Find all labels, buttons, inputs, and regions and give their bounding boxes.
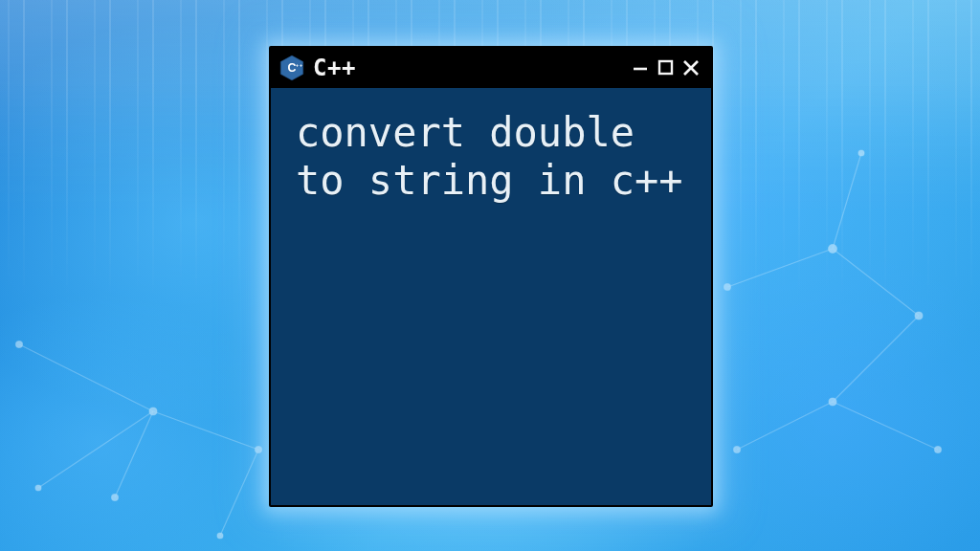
svg-point-8: [35, 485, 41, 491]
svg-point-18: [829, 245, 837, 253]
svg-rect-29: [659, 61, 672, 74]
svg-line-16: [833, 402, 938, 450]
svg-point-19: [915, 312, 923, 320]
svg-point-9: [256, 447, 262, 453]
svg-point-22: [734, 447, 741, 453]
svg-point-5: [16, 342, 23, 348]
maximize-icon[interactable]: [656, 57, 677, 78]
svg-line-2: [153, 411, 258, 450]
svg-point-10: [217, 533, 223, 539]
window-title: C++: [313, 55, 623, 81]
svg-line-1: [115, 411, 153, 497]
svg-point-7: [112, 495, 119, 501]
close-icon[interactable]: [680, 57, 702, 78]
svg-line-0: [19, 344, 153, 411]
svg-line-3: [38, 411, 153, 488]
svg-line-4: [220, 450, 258, 536]
minimize-icon[interactable]: [631, 57, 652, 78]
terminal-window: C + + C++ con: [269, 46, 713, 507]
svg-line-15: [737, 402, 833, 450]
svg-text:+: +: [300, 62, 302, 68]
svg-point-20: [858, 150, 864, 156]
svg-point-21: [829, 398, 836, 406]
svg-point-6: [149, 408, 157, 415]
svg-line-11: [727, 249, 833, 287]
svg-text:C: C: [288, 61, 297, 75]
svg-point-23: [935, 447, 942, 453]
svg-line-14: [833, 316, 919, 402]
svg-line-13: [833, 153, 861, 249]
cpp-logo-icon: C + +: [278, 55, 305, 81]
svg-text:+: +: [296, 62, 299, 68]
window-controls: [631, 57, 702, 78]
svg-point-17: [724, 284, 731, 291]
terminal-content: convert double to string in c++: [271, 88, 711, 227]
titlebar[interactable]: C + + C++: [271, 48, 711, 88]
svg-line-12: [833, 249, 919, 316]
